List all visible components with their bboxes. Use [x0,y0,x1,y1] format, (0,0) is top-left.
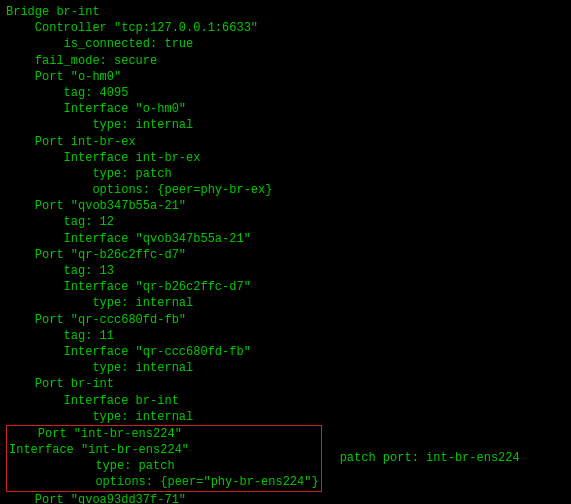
terminal-line: Interface br-int [6,393,565,409]
terminal-line: Port "qvoa93dd37f-71" [6,492,565,504]
terminal-line: Controller "tcp:127.0.0.1:6633" [6,20,565,36]
terminal-line: tag: 12 [6,214,565,230]
terminal-line: options: {peer=phy-br-ex} [6,182,565,198]
terminal-line: Interface "qr-b26c2ffc-d7" [6,279,565,295]
terminal-line: tag: 11 [6,328,565,344]
terminal-line: fail_mode: secure [6,53,565,69]
terminal-line: type: patch [9,458,319,474]
terminal-line: tag: 4095 [6,85,565,101]
terminal-line: Port "qr-ccc680fd-fb" [6,312,565,328]
highlighted-block: Port "int-br-ens224" Interface "int-br-e… [6,425,322,492]
terminal-line: options: {peer="phy-br-ens224"} [9,474,319,490]
terminal-line: type: internal [6,117,565,133]
terminal-line: Interface "qvob347b55a-21" [6,231,565,247]
terminal-line: type: internal [6,360,565,376]
terminal: Bridge br-int Controller "tcp:127.0.0.1:… [0,0,571,504]
terminal-line: Bridge br-int [6,4,565,20]
terminal-line: Interface "int-br-ens224" [9,442,319,458]
terminal-line: Interface "qr-ccc680fd-fb" [6,344,565,360]
terminal-line: type: patch [6,166,565,182]
terminal-line: is_connected: true [6,36,565,52]
terminal-line: Port br-int [6,376,565,392]
line-text: Interface "int-br-ens224" [9,442,189,458]
terminal-line: type: internal [6,295,565,311]
terminal-line: type: internal [6,409,565,425]
terminal-line: Port "o-hm0" [6,69,565,85]
terminal-line: Port "qr-b26c2ffc-d7" [6,247,565,263]
terminal-line: Port "qvob347b55a-21" [6,198,565,214]
terminal-line: Port "int-br-ens224" [9,426,319,442]
terminal-line: Interface int-br-ex [6,150,565,166]
terminal-line: Port int-br-ex [6,134,565,150]
terminal-line: Interface "o-hm0" [6,101,565,117]
annotation-text: patch port: int-br-ens224 [340,450,520,466]
terminal-line: tag: 13 [6,263,565,279]
